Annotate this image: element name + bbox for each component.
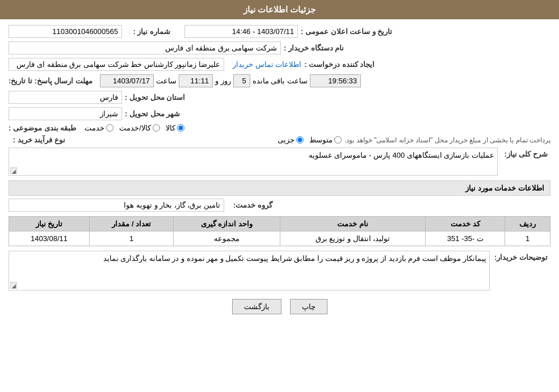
col-vahed: واحد اندازه گیری (174, 217, 280, 231)
shomara-niaz-value: 1103001046000565 (9, 25, 122, 38)
nam-dastgah-value: شرکت سهامی برق منطقه ای فارس (9, 41, 281, 54)
date-value: 1403/07/17 (100, 74, 154, 87)
gorooh-value: تامین برق، گاز، بخار و تهویه هوا (9, 199, 224, 212)
tabaqe-label: طبقه بندی موضوعی : (9, 124, 76, 132)
gorooh-label: گروه خدمت: (227, 201, 272, 209)
nam-dastgah-label: نام دستگاه خریدار : (284, 44, 344, 52)
col-tarikh: تاریخ نیاز (9, 217, 90, 231)
shahr-label: شهر محل تحویل : (125, 109, 180, 118)
shomara-niaz-label: شماره نیاز : (125, 27, 170, 36)
ostan-label: استان محل تحویل : (125, 93, 185, 102)
chap-button[interactable]: چاپ (290, 299, 327, 314)
baqi-mande-value: 19:56:33 (310, 74, 361, 87)
radio-jozi-label: جزیی (278, 136, 295, 144)
ostan-value: فارس (9, 91, 122, 104)
cell-code: ت -35- 351 (426, 231, 505, 246)
bazgasht-button[interactable]: بازگشت (232, 299, 281, 314)
radio-khidmat[interactable] (106, 124, 114, 132)
col-code: کد خدمت (426, 217, 505, 231)
table-row: 1ت -35- 351تولید، انتقال و توزیع برقمجمو… (9, 231, 550, 246)
ijad-konande-value: علیرضا زمانپور کارشناس خط شرکت سهامی برق… (9, 58, 224, 71)
services-table: ردیف کد خدمت نام خدمت واحد اندازه گیری ت… (9, 216, 550, 246)
shahr-value: شیراز (9, 107, 122, 120)
radio-jozi[interactable] (296, 136, 304, 144)
sharh-koli-label: شرح کلی نیاز: (502, 147, 548, 158)
tavzih-label: توضیحات خریدار: (494, 251, 548, 262)
ijad-konande-label: ایجاد کننده درخواست : (304, 60, 375, 69)
saat-value: 11:11 (179, 74, 213, 87)
baqi-label: ساعت باقی مانده (253, 77, 308, 85)
cell-vahed: مجموعه (174, 231, 280, 246)
cell-name: تولید، انتقال و توزیع برق (280, 231, 426, 246)
tarikh-aalan-value: 1403/07/11 - 14:46 (184, 25, 298, 38)
etelaaat-link[interactable]: اطلاعات تماس خریدار (233, 60, 301, 69)
cell-radif: 1 (505, 231, 550, 246)
radio-motawaset-label: متوسط (309, 136, 333, 144)
radio-kala-label: کالا (166, 124, 175, 132)
resize-handle: ◢ (10, 167, 17, 174)
radio-kala-khidmat-label: کالا/خدمت (119, 124, 151, 132)
radio-khidmat-label: خدمت (85, 124, 104, 132)
rooz-label: روز و (215, 77, 231, 85)
resize-handle-2: ◢ (10, 282, 17, 289)
saat-label: ساعت (156, 77, 176, 85)
col-radif: ردیف (505, 217, 550, 231)
action-buttons: چاپ بازگشت (9, 299, 550, 314)
cell-tedad: 1 (89, 231, 173, 246)
col-tedad: تعداد / مقدار (89, 217, 173, 231)
tavzih-value: پیمانکار موظف است فرم بازدید از پروژه و … (103, 254, 486, 263)
radio-motawaset[interactable] (334, 136, 342, 144)
page-title: جزئیات اطلاعات نیاز (0, 0, 559, 19)
radio-kala-khidmat[interactable] (153, 124, 160, 132)
farayand-label: نوع فرآیند خرید : (9, 136, 65, 144)
cell-tarikh: 1403/08/11 (9, 231, 90, 246)
farayand-note: پرداخت تمام یا بخشی از مبلغ خریدار محل "… (344, 136, 550, 144)
tarikh-aalan-label: تاریخ و ساعت اعلان عمومی : (301, 27, 392, 36)
rooz-value: 5 (233, 74, 250, 87)
radio-kala[interactable] (177, 124, 184, 132)
khidmat-section-title: اطلاعات خدمات مورد نیاز (9, 180, 550, 196)
sharh-koli-value: عملیات بازسازی ایستگاههای 400 پارس - مام… (309, 151, 494, 159)
col-name: نام خدمت (280, 217, 426, 231)
mohlat-label: مهلت ارسال پاسخ: تا تاریخ: (9, 77, 93, 85)
